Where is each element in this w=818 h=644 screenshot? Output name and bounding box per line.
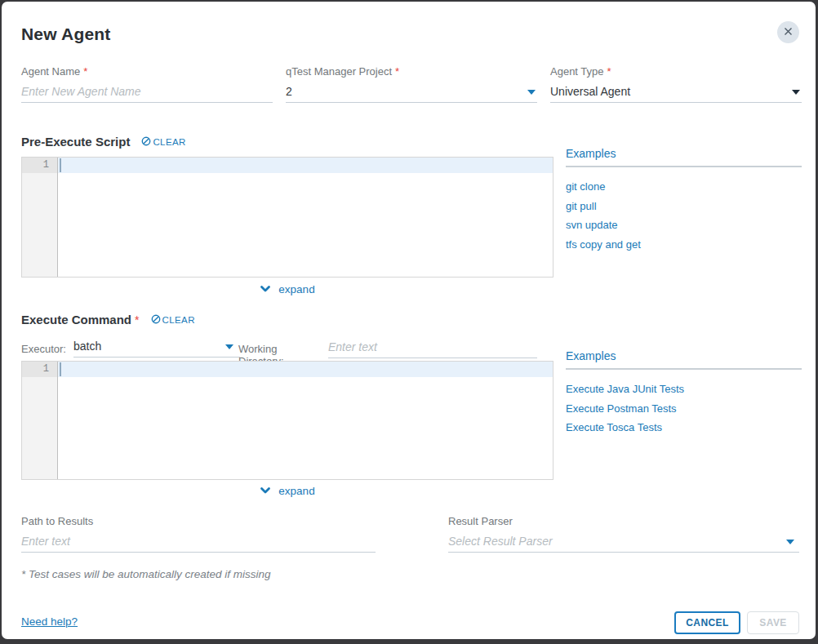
- example-link-tosca[interactable]: Execute Tosca Tests: [566, 421, 802, 433]
- expand-label: expand: [278, 485, 314, 497]
- text-caret: [60, 158, 61, 172]
- close-icon: [783, 26, 794, 39]
- path-to-results-input[interactable]: [21, 530, 376, 553]
- agent-type-select[interactable]: Universal Agent: [550, 80, 802, 103]
- line-number: 1: [22, 362, 57, 377]
- line-number: 1: [22, 158, 57, 173]
- executor-select[interactable]: batch: [73, 335, 240, 358]
- executor-value: batch: [73, 340, 101, 353]
- executor-label: Executor:: [21, 343, 66, 355]
- pre-execute-expand-link[interactable]: expand: [21, 282, 553, 296]
- clear-icon: [151, 314, 161, 326]
- chevron-down-icon: [527, 90, 536, 95]
- cancel-button[interactable]: CANCEL: [674, 611, 740, 634]
- chevron-down-icon: [786, 540, 794, 544]
- agent-name-label: Agent Name*: [21, 65, 273, 78]
- examples-title: Examples: [566, 349, 802, 370]
- pre-execute-examples-panel: Examples git clone git pull svn update t…: [566, 147, 802, 257]
- result-parser-field: Result Parser Select Result Parser: [448, 515, 799, 553]
- example-link-git-clone[interactable]: git clone: [566, 180, 802, 193]
- execute-command-editor[interactable]: 1: [21, 361, 553, 480]
- example-link-tfs-copy[interactable]: tfs copy and get: [566, 238, 802, 251]
- clear-icon: [141, 136, 151, 148]
- agent-name-input[interactable]: [21, 80, 273, 103]
- chevron-down-icon: [260, 483, 271, 498]
- close-button[interactable]: [777, 21, 799, 43]
- editor-gutter: 1: [22, 158, 58, 277]
- chevron-down-icon: [260, 282, 271, 296]
- pre-execute-clear-button[interactable]: CLEAR: [141, 136, 185, 148]
- save-button[interactable]: SAVE: [747, 611, 799, 634]
- execute-examples-panel: Examples Execute Java JUnit Tests Execut…: [566, 349, 802, 441]
- example-link-postman[interactable]: Execute Postman Tests: [566, 402, 802, 415]
- path-to-results-label: Path to Results: [21, 515, 376, 527]
- dialog-title: New Agent: [21, 24, 111, 44]
- required-asterisk: *: [607, 65, 611, 78]
- project-field: qTest Manager Project* 2: [286, 65, 537, 103]
- project-label: qTest Manager Project*: [286, 65, 537, 78]
- example-link-git-pull[interactable]: git pull: [566, 200, 802, 212]
- clear-label: CLEAR: [162, 315, 195, 325]
- auto-create-note: * Test cases will be automatically creat…: [21, 568, 271, 580]
- agent-type-field: Agent Type* Universal Agent: [550, 65, 802, 103]
- execute-expand-link[interactable]: expand: [21, 483, 553, 498]
- need-help-link[interactable]: Need help?: [21, 615, 78, 628]
- example-link-junit[interactable]: Execute Java JUnit Tests: [566, 383, 802, 395]
- examples-title: Examples: [566, 147, 802, 167]
- agent-name-field: Agent Name*: [21, 65, 273, 103]
- agent-type-label: Agent Type*: [550, 65, 802, 78]
- working-directory-input[interactable]: [328, 335, 537, 358]
- pre-execute-title: Pre-Execute Script: [21, 135, 130, 149]
- required-asterisk: *: [83, 65, 87, 78]
- project-value: 2: [286, 85, 292, 98]
- result-parser-select[interactable]: Select Result Parser: [448, 530, 799, 553]
- pre-execute-section-header: Pre-Execute Script CLEAR: [21, 135, 186, 149]
- expand-label: expand: [278, 283, 314, 295]
- path-to-results-field: Path to Results: [21, 515, 376, 553]
- editor-gutter: 1: [22, 362, 58, 479]
- required-asterisk: *: [395, 65, 399, 78]
- clear-label: CLEAR: [153, 137, 185, 147]
- editor-code-area[interactable]: [58, 362, 553, 479]
- chevron-down-icon: [225, 344, 233, 349]
- chevron-down-icon: [792, 90, 800, 95]
- text-caret: [60, 362, 61, 376]
- execute-clear-button[interactable]: CLEAR: [151, 314, 195, 326]
- active-line: [58, 158, 553, 173]
- result-parser-label: Result Parser: [448, 515, 799, 527]
- required-asterisk: *: [135, 313, 139, 326]
- result-parser-placeholder: Select Result Parser: [448, 535, 553, 548]
- project-select[interactable]: 2: [286, 80, 537, 103]
- example-link-svn-update[interactable]: svn update: [566, 219, 802, 231]
- pre-execute-script-editor[interactable]: 1: [21, 157, 553, 278]
- agent-type-value: Universal Agent: [550, 85, 630, 98]
- new-agent-dialog: New Agent Agent Name* qTest Manager Proj…: [2, 2, 816, 639]
- active-line: [58, 362, 553, 377]
- editor-code-area[interactable]: [58, 158, 553, 277]
- execute-command-section-header: Execute Command * CLEAR: [21, 313, 195, 326]
- execute-command-title: Execute Command: [21, 313, 131, 326]
